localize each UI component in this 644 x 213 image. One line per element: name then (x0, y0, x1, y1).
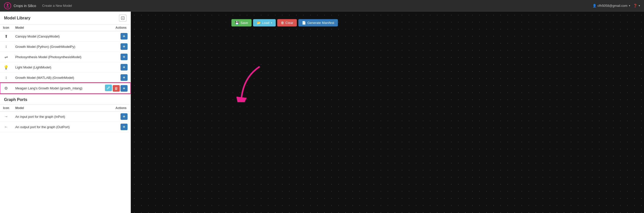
model-name-cell: Growth Model (Python) (GrowthModelPy) (12, 42, 97, 52)
model-name-cell: Meagan Lang's Growth Model (growth_mlang… (12, 83, 97, 94)
model-name-cell: Photosynthesis Model (PhotosynthesisMode… (12, 52, 97, 62)
table-row: ←An output port for the graph (OutPort)+ (0, 122, 131, 132)
gp-col-model: Model (12, 105, 103, 112)
save-button[interactable]: 💾 Save (231, 19, 252, 26)
app-subtitle: Create a New Model (42, 4, 72, 8)
collapse-icon (121, 16, 125, 20)
table-row: ↕Growth Model (MATLAB) (GrowthModel)+ (0, 73, 131, 83)
table-row: →An input port for the graph (InPort)+ (0, 112, 131, 122)
model-name-cell: Canopy Model (CanopyModel) (12, 31, 97, 42)
model-library-collapse-button[interactable] (119, 15, 127, 22)
table-header-row: Icon Model Actions (0, 24, 131, 31)
model-icon-cell: ⚙ (0, 83, 12, 94)
model-actions-cell: + (97, 62, 131, 73)
model-name-cell: Light Model (LightModel) (12, 62, 97, 73)
delete-button[interactable]: 🗑 (113, 85, 120, 92)
model-actions-cell: + (97, 31, 131, 42)
clear-button[interactable]: 🗑 Clear (277, 19, 297, 26)
table-row: ⇌Photosynthesis Model (PhotosynthesisMod… (0, 52, 131, 62)
add-port-button[interactable]: + (120, 124, 128, 130)
load-icon: 📂 (257, 21, 261, 25)
navbar-right: 👤 cfh5058@gmail.com ▾ ❓ ▾ (592, 4, 640, 8)
add-model-button[interactable]: + (120, 64, 128, 70)
model-actions-cell: + (97, 73, 131, 83)
port-icon-cell: ← (0, 122, 12, 132)
port-actions-cell: + (103, 112, 131, 122)
help-dropdown-icon: ▾ (639, 4, 640, 7)
main-content: Model Library Icon Model Actions ⬆Canopy… (0, 12, 644, 213)
col-actions: Actions (97, 24, 131, 31)
user-email: cfh5058@gmail.com (597, 4, 627, 8)
svg-line-3 (8, 5, 9, 7)
col-icon: Icon (0, 24, 12, 31)
gp-col-icon: Icon (0, 105, 12, 112)
app-title: Crops in Silico (14, 4, 36, 8)
svg-point-0 (4, 3, 11, 9)
load-button[interactable]: 📂 Load ▾ (253, 19, 276, 26)
svg-line-2 (7, 5, 8, 7)
model-library-table: Icon Model Actions ⬆Canopy Model (Canopy… (0, 24, 131, 94)
navbar: Crops in Silico Create a New Model 👤 cfh… (0, 0, 644, 12)
add-model-button[interactable]: + (120, 54, 128, 60)
edit-button[interactable] (105, 85, 112, 91)
user-dropdown-icon: ▾ (629, 4, 630, 7)
graph-ports-header: Graph Ports (0, 94, 131, 105)
model-icon-cell: ↕ (0, 42, 12, 52)
port-icon-cell: → (0, 112, 12, 122)
user-menu[interactable]: 👤 cfh5058@gmail.com ▾ (592, 4, 630, 8)
model-icon-cell: ⇌ (0, 52, 12, 62)
model-actions-cell: 🗑+ (97, 83, 131, 94)
manifest-icon: 📄 (302, 21, 306, 25)
svg-point-1 (7, 4, 8, 5)
app-logo (4, 2, 11, 9)
graph-ports-header-row: Icon Model Actions (0, 105, 131, 112)
port-name-cell: An output port for the graph (OutPort) (12, 122, 103, 132)
canvas-area[interactable]: 💾 Save 📂 Load ▾ 🗑 Clear 📄 Generate Manif… (131, 12, 644, 213)
add-model-button[interactable]: + (120, 85, 128, 92)
clear-icon: 🗑 (281, 21, 284, 25)
svg-rect-6 (122, 18, 124, 18)
model-icon-cell: ↕ (0, 73, 12, 83)
generate-manifest-button[interactable]: 📄 Generate Manifest (298, 19, 338, 26)
user-icon: 👤 (592, 4, 596, 8)
help-menu[interactable]: ❓ ▾ (633, 4, 640, 8)
table-row: ⚙Meagan Lang's Growth Model (growth_mlan… (0, 83, 131, 94)
table-row: ↕Growth Model (Python) (GrowthModelPy)+ (0, 42, 131, 52)
add-model-button[interactable]: + (120, 43, 128, 50)
model-icon-cell: 💡 (0, 62, 12, 73)
load-dropdown-icon: ▾ (271, 21, 272, 24)
add-port-button[interactable]: + (120, 113, 128, 120)
add-model-button[interactable]: + (120, 33, 128, 40)
canvas-toolbar: 💾 Save 📂 Load ▾ 🗑 Clear 📄 Generate Manif… (231, 19, 338, 26)
gp-col-actions: Actions (103, 105, 131, 112)
help-icon: ❓ (633, 4, 637, 8)
table-row: 💡Light Model (LightModel)+ (0, 62, 131, 73)
save-icon: 💾 (235, 21, 239, 25)
model-actions-cell: + (97, 42, 131, 52)
model-name-cell: Growth Model (MATLAB) (GrowthModel) (12, 73, 97, 83)
annotation-arrow (236, 62, 267, 102)
left-panel: Model Library Icon Model Actions ⬆Canopy… (0, 12, 131, 213)
model-library-header: Model Library (0, 12, 131, 24)
model-actions-cell: + (97, 52, 131, 62)
table-row: ⬆Canopy Model (CanopyModel)+ (0, 31, 131, 42)
graph-ports-title: Graph Ports (4, 97, 27, 102)
port-actions-cell: + (103, 122, 131, 132)
col-model: Model (12, 24, 97, 31)
graph-ports-table: Icon Model Actions →An input port for th… (0, 105, 131, 132)
model-icon-cell: ⬆ (0, 31, 12, 42)
add-model-button[interactable]: + (120, 74, 128, 81)
model-library-title: Model Library (4, 16, 30, 20)
port-name-cell: An input port for the graph (InPort) (12, 112, 103, 122)
